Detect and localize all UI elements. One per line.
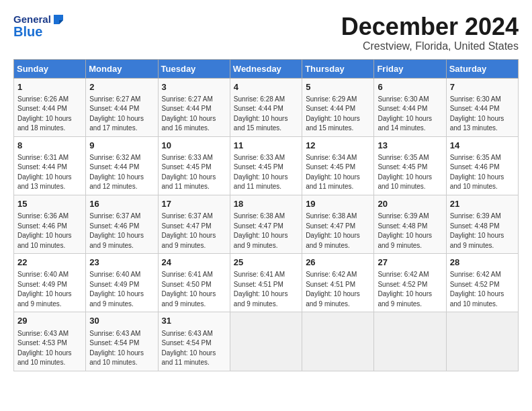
day-info: Sunrise: 6:39 AMSunset: 4:48 PMDaylight:…: [378, 212, 442, 250]
day-number: 25: [234, 257, 298, 269]
day-info: Sunrise: 6:37 AMSunset: 4:47 PMDaylight:…: [162, 212, 226, 250]
calendar-cell: 14Sunrise: 6:35 AMSunset: 4:46 PMDayligh…: [446, 136, 518, 195]
day-number: 26: [306, 257, 370, 269]
calendar-cell: 8Sunrise: 6:31 AMSunset: 4:44 PMDaylight…: [14, 136, 86, 195]
day-number: 29: [17, 315, 82, 327]
weekday-header-cell: Saturday: [446, 59, 518, 78]
day-number: 11: [234, 140, 298, 152]
day-number: 12: [306, 140, 370, 152]
calendar-cell: 26Sunrise: 6:42 AMSunset: 4:51 PMDayligh…: [302, 254, 374, 312]
day-number: 30: [89, 315, 154, 327]
calendar-cell: 17Sunrise: 6:37 AMSunset: 4:47 PMDayligh…: [158, 195, 230, 253]
logo: General Blue: [13, 13, 64, 39]
calendar-cell: 1Sunrise: 6:26 AMSunset: 4:44 PMDaylight…: [14, 78, 86, 136]
day-number: 1: [17, 81, 82, 93]
svg-marker-0: [54, 15, 63, 24]
calendar-cell: 28Sunrise: 6:42 AMSunset: 4:52 PMDayligh…: [446, 254, 518, 312]
day-info: Sunrise: 6:43 AMSunset: 4:53 PMDaylight:…: [17, 329, 82, 368]
day-number: 15: [17, 198, 82, 210]
logo-general-text: General: [13, 14, 51, 26]
calendar-cell: 19Sunrise: 6:38 AMSunset: 4:47 PMDayligh…: [302, 195, 374, 253]
day-info: Sunrise: 6:31 AMSunset: 4:44 PMDaylight:…: [17, 153, 82, 192]
month-title: December 2024: [341, 13, 519, 40]
calendar-cell: 29Sunrise: 6:43 AMSunset: 4:53 PMDayligh…: [14, 312, 86, 371]
calendar-cell: 15Sunrise: 6:36 AMSunset: 4:46 PMDayligh…: [14, 195, 86, 253]
calendar-cell: 5Sunrise: 6:29 AMSunset: 4:44 PMDaylight…: [302, 78, 374, 136]
weekday-header-cell: Tuesday: [158, 59, 230, 78]
day-number: 17: [162, 198, 226, 210]
day-number: 24: [162, 257, 226, 269]
title-area: December 2024 Crestview, Florida, United…: [341, 13, 519, 52]
calendar-body: 1Sunrise: 6:26 AMSunset: 4:44 PMDaylight…: [14, 78, 519, 371]
day-info: Sunrise: 6:38 AMSunset: 4:47 PMDaylight:…: [234, 212, 298, 250]
day-info: Sunrise: 6:30 AMSunset: 4:44 PMDaylight:…: [378, 95, 442, 134]
day-number: 7: [450, 81, 515, 93]
day-number: 16: [89, 198, 154, 210]
calendar-cell: 24Sunrise: 6:41 AMSunset: 4:50 PMDayligh…: [158, 254, 230, 312]
day-info: Sunrise: 6:28 AMSunset: 4:44 PMDaylight:…: [234, 95, 298, 134]
calendar-cell: 11Sunrise: 6:33 AMSunset: 4:45 PMDayligh…: [230, 136, 302, 195]
calendar-cell: 13Sunrise: 6:35 AMSunset: 4:45 PMDayligh…: [374, 136, 446, 195]
calendar-cell: 9Sunrise: 6:32 AMSunset: 4:44 PMDaylight…: [86, 136, 158, 195]
calendar-cell: 22Sunrise: 6:40 AMSunset: 4:49 PMDayligh…: [14, 254, 86, 312]
calendar-cell: [302, 312, 374, 371]
day-info: Sunrise: 6:30 AMSunset: 4:44 PMDaylight:…: [450, 95, 515, 134]
day-info: Sunrise: 6:42 AMSunset: 4:52 PMDaylight:…: [378, 270, 442, 309]
day-number: 8: [17, 140, 82, 152]
day-number: 28: [450, 257, 515, 269]
day-number: 23: [89, 257, 154, 269]
day-number: 10: [162, 140, 226, 152]
day-info: Sunrise: 6:34 AMSunset: 4:45 PMDaylight:…: [306, 153, 370, 192]
day-number: 3: [162, 81, 226, 93]
day-number: 31: [162, 315, 226, 327]
day-info: Sunrise: 6:41 AMSunset: 4:51 PMDaylight:…: [234, 270, 298, 309]
weekday-header-cell: Friday: [374, 59, 446, 78]
day-number: 27: [378, 257, 442, 269]
calendar-cell: [374, 312, 446, 371]
calendar-cell: 3Sunrise: 6:27 AMSunset: 4:44 PMDaylight…: [158, 78, 230, 136]
calendar-week-row: 22Sunrise: 6:40 AMSunset: 4:49 PMDayligh…: [14, 254, 519, 312]
calendar-cell: 27Sunrise: 6:42 AMSunset: 4:52 PMDayligh…: [374, 254, 446, 312]
calendar-cell: 7Sunrise: 6:30 AMSunset: 4:44 PMDaylight…: [446, 78, 518, 136]
day-number: 9: [89, 140, 154, 152]
weekday-header-cell: Monday: [86, 59, 158, 78]
calendar-cell: 2Sunrise: 6:27 AMSunset: 4:44 PMDaylight…: [86, 78, 158, 136]
day-info: Sunrise: 6:33 AMSunset: 4:45 PMDaylight:…: [162, 153, 226, 192]
weekday-header-cell: Sunday: [14, 59, 86, 78]
day-info: Sunrise: 6:42 AMSunset: 4:52 PMDaylight:…: [450, 270, 515, 309]
weekday-header-row: SundayMondayTuesdayWednesdayThursdayFrid…: [14, 59, 519, 78]
calendar-cell: 30Sunrise: 6:43 AMSunset: 4:54 PMDayligh…: [86, 312, 158, 371]
day-info: Sunrise: 6:32 AMSunset: 4:44 PMDaylight:…: [89, 153, 154, 192]
day-number: 22: [17, 257, 82, 269]
day-number: 5: [306, 81, 370, 93]
calendar-week-row: 15Sunrise: 6:36 AMSunset: 4:46 PMDayligh…: [14, 195, 519, 253]
calendar-week-row: 1Sunrise: 6:26 AMSunset: 4:44 PMDaylight…: [14, 78, 519, 136]
calendar-cell: 21Sunrise: 6:39 AMSunset: 4:48 PMDayligh…: [446, 195, 518, 253]
logo-blue-text: Blue: [13, 24, 64, 39]
calendar-cell: 23Sunrise: 6:40 AMSunset: 4:49 PMDayligh…: [86, 254, 158, 312]
calendar-cell: 12Sunrise: 6:34 AMSunset: 4:45 PMDayligh…: [302, 136, 374, 195]
calendar: SundayMondayTuesdayWednesdayThursdayFrid…: [13, 59, 519, 371]
day-info: Sunrise: 6:43 AMSunset: 4:54 PMDaylight:…: [89, 329, 154, 368]
calendar-cell: [230, 312, 302, 371]
day-info: Sunrise: 6:43 AMSunset: 4:54 PMDaylight:…: [162, 329, 226, 368]
calendar-cell: 31Sunrise: 6:43 AMSunset: 4:54 PMDayligh…: [158, 312, 230, 371]
day-info: Sunrise: 6:26 AMSunset: 4:44 PMDaylight:…: [17, 95, 82, 134]
day-info: Sunrise: 6:35 AMSunset: 4:45 PMDaylight:…: [378, 153, 442, 192]
calendar-cell: [446, 312, 518, 371]
day-info: Sunrise: 6:40 AMSunset: 4:49 PMDaylight:…: [17, 270, 82, 309]
calendar-cell: 16Sunrise: 6:37 AMSunset: 4:46 PMDayligh…: [86, 195, 158, 253]
day-number: 19: [306, 198, 370, 210]
day-number: 4: [234, 81, 298, 93]
calendar-cell: 20Sunrise: 6:39 AMSunset: 4:48 PMDayligh…: [374, 195, 446, 253]
calendar-cell: 25Sunrise: 6:41 AMSunset: 4:51 PMDayligh…: [230, 254, 302, 312]
day-info: Sunrise: 6:33 AMSunset: 4:45 PMDaylight:…: [234, 153, 298, 192]
calendar-week-row: 8Sunrise: 6:31 AMSunset: 4:44 PMDaylight…: [14, 136, 519, 195]
day-number: 18: [234, 198, 298, 210]
day-number: 20: [378, 198, 442, 210]
day-number: 6: [378, 81, 442, 93]
day-info: Sunrise: 6:29 AMSunset: 4:44 PMDaylight:…: [306, 95, 370, 134]
day-number: 14: [450, 140, 515, 152]
calendar-cell: 4Sunrise: 6:28 AMSunset: 4:44 PMDaylight…: [230, 78, 302, 136]
day-number: 2: [89, 81, 154, 93]
